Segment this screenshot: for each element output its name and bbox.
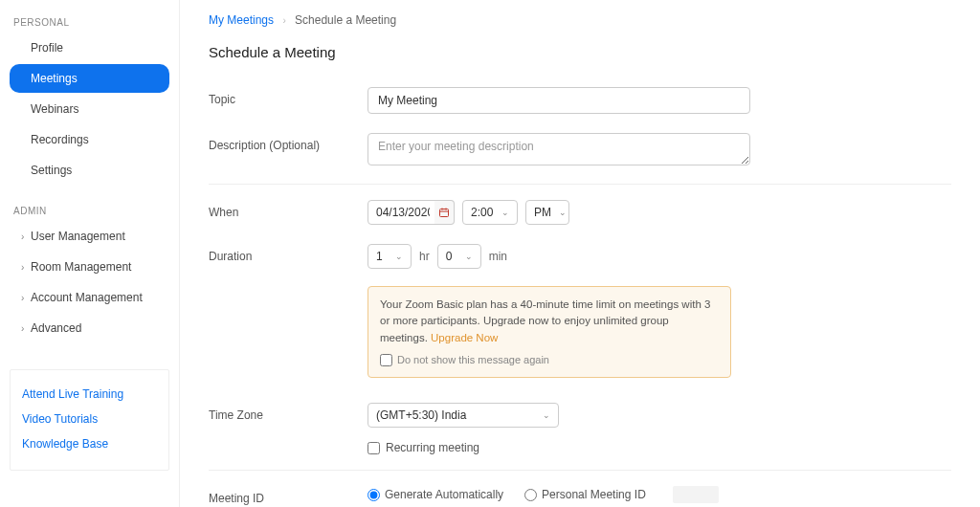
chevron-right-icon: ›	[21, 323, 31, 334]
upgrade-now-link[interactable]: Upgrade Now	[431, 332, 498, 343]
duration-minute-unit: min	[489, 250, 507, 263]
meeting-id-auto-radio[interactable]: Generate Automatically	[368, 488, 503, 501]
divider	[209, 470, 951, 471]
meeting-id-personal-radio[interactable]: Personal Meeting ID	[524, 488, 646, 501]
sidebar-item-settings[interactable]: Settings	[10, 156, 169, 185]
calendar-icon[interactable]	[434, 200, 455, 225]
recurring-checkbox[interactable]	[368, 442, 380, 454]
personal-meeting-id-value	[673, 486, 719, 503]
chevron-right-icon: ›	[21, 231, 31, 242]
duration-hour-select[interactable]: 1 ⌄	[368, 244, 412, 269]
duration-hour-unit: hr	[419, 250, 430, 263]
sidebar-item-meetings[interactable]: Meetings	[10, 64, 169, 93]
sidebar: PERSONAL Profile Meetings Webinars Recor…	[0, 0, 180, 507]
duration-minute-select[interactable]: 0 ⌄	[437, 244, 481, 269]
description-input[interactable]	[368, 133, 750, 165]
sidebar-section-personal: PERSONAL	[13, 17, 169, 28]
chevron-down-icon: ⌄	[465, 252, 473, 261]
when-ampm-select[interactable]: PM ⌄	[525, 200, 569, 225]
topic-input[interactable]	[368, 87, 750, 114]
sidebar-item-profile[interactable]: Profile	[10, 33, 169, 62]
breadcrumb-root[interactable]: My Meetings	[209, 13, 274, 27]
sidebar-item-advanced[interactable]: › Advanced	[10, 314, 169, 342]
dont-show-label: Do not show this message again	[397, 352, 549, 368]
chevron-down-icon: ⌄	[501, 208, 509, 217]
chevron-down-icon: ⌄	[543, 410, 550, 420]
plan-limit-info: Your Zoom Basic plan has a 40-minute tim…	[368, 286, 731, 378]
sidebar-item-account-management[interactable]: › Account Management	[10, 283, 169, 312]
chevron-down-icon: ⌄	[559, 208, 567, 217]
recurring-label: Recurring meeting	[386, 441, 479, 454]
page-title: Schedule a Meeting	[209, 44, 951, 60]
svg-rect-0	[440, 209, 449, 217]
chevron-down-icon: ⌄	[395, 252, 403, 261]
sidebar-item-room-management[interactable]: › Room Management	[10, 253, 169, 281]
chevron-right-icon: ›	[21, 262, 31, 273]
help-link-video-tutorials[interactable]: Video Tutorials	[22, 407, 157, 431]
help-link-knowledge-base[interactable]: Knowledge Base	[22, 431, 157, 456]
label-when: When	[209, 200, 368, 225]
help-links-box: Attend Live Training Video Tutorials Kno…	[10, 369, 169, 471]
label-topic: Topic	[209, 87, 368, 114]
when-time-select[interactable]: 2:00 ⌄	[462, 200, 518, 225]
when-date-input[interactable]	[368, 200, 438, 225]
help-link-live-training[interactable]: Attend Live Training	[22, 382, 157, 407]
sidebar-item-webinars[interactable]: Webinars	[10, 95, 169, 123]
sidebar-item-recordings[interactable]: Recordings	[10, 125, 169, 154]
label-timezone: Time Zone	[209, 403, 368, 454]
label-meeting-id: Meeting ID	[209, 486, 368, 505]
dont-show-checkbox[interactable]	[380, 354, 392, 366]
sidebar-section-admin: ADMIN	[13, 206, 169, 216]
label-description: Description (Optional)	[209, 133, 368, 168]
breadcrumb-separator-icon: ›	[282, 15, 285, 26]
sidebar-item-user-management[interactable]: › User Management	[10, 222, 169, 251]
main-content: My Meetings › Schedule a Meeting Schedul…	[180, 0, 980, 507]
label-duration: Duration	[209, 244, 368, 378]
breadcrumb: My Meetings › Schedule a Meeting	[209, 13, 951, 27]
chevron-right-icon: ›	[21, 293, 31, 303]
timezone-select[interactable]: (GMT+5:30) India ⌄	[368, 403, 559, 428]
breadcrumb-current: Schedule a Meeting	[295, 13, 396, 27]
divider	[209, 184, 951, 185]
